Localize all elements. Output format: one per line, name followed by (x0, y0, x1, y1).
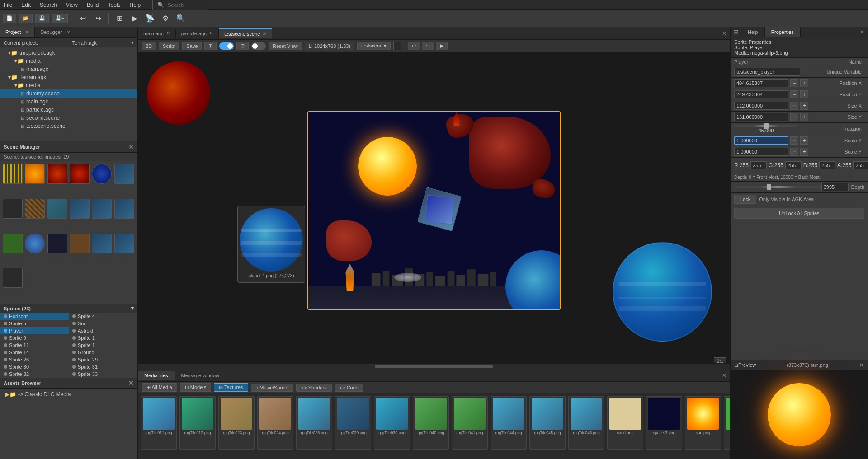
scale-x-plus-btn[interactable]: + (800, 136, 808, 145)
search-box[interactable]: 🔍 (152, 0, 207, 10)
scene-dropdown-btn[interactable]: testscene ▾ (357, 42, 391, 50)
scale-y-plus-btn[interactable]: + (800, 148, 808, 156)
rotation-slider[interactable] (734, 125, 798, 127)
sprite-item-sprite32[interactable]: Sprite 32 (0, 370, 69, 378)
filter-models[interactable]: ⊡ Models (180, 383, 212, 392)
media-item-rpgtile046[interactable]: rpgTile046.png (568, 396, 604, 450)
scene-manager-close-icon[interactable]: ✕ (128, 143, 134, 150)
media-panel-close-icon[interactable]: ✕ (718, 372, 730, 379)
tab-testscene[interactable]: testscene.scene ✕ (219, 28, 273, 38)
media-item-tilegrass[interactable]: tileGrass.png (724, 396, 730, 450)
redo-scene-btn[interactable]: ↪ (422, 42, 434, 50)
depth-slider[interactable] (734, 186, 821, 188)
tree-item-particle-agc[interactable]: ⊞ particle.agc (0, 106, 137, 114)
tab-main-agc[interactable]: main.agc ✕ (138, 29, 176, 38)
tree-item-testscene[interactable]: ⊞ testscene.scene (0, 122, 137, 130)
sprite-item-player[interactable]: Player (0, 327, 69, 334)
tab-debugger[interactable]: Debugger ✕ (35, 27, 76, 37)
tab-media-files[interactable]: Media files (138, 371, 175, 380)
save-all-btn[interactable]: 💾+ (52, 14, 68, 23)
sprite-item-sprite33[interactable]: Sprite 33 (69, 370, 137, 378)
tab-properties[interactable]: Properties (765, 27, 801, 37)
toggle-switch2[interactable] (251, 42, 266, 50)
tree-item-media1[interactable]: ▾📁 media (0, 57, 137, 65)
canvas-hscrollbar[interactable] (138, 363, 730, 369)
menu-search[interactable]: Search (38, 1, 59, 9)
tab-testscene-close-icon[interactable]: ✕ (263, 31, 266, 36)
right-panel-close-icon[interactable]: ✕ (856, 27, 868, 37)
toggle-switch[interactable] (219, 42, 234, 50)
depth-input[interactable] (821, 183, 849, 191)
play-btn[interactable]: ▶ (128, 12, 141, 25)
sprite-item-sprite11[interactable]: Sprite 11 (0, 342, 69, 349)
scene-thumb-17[interactable] (92, 234, 112, 253)
sprite-item-horisont[interactable]: Horisont (0, 313, 69, 320)
lock-btn[interactable]: Lock (734, 195, 756, 204)
play-scene-btn[interactable]: ▶ (436, 42, 448, 50)
scene-thumb-11[interactable] (92, 199, 112, 219)
tab-main-close-icon[interactable]: ✕ (166, 31, 170, 36)
color-picker-swatch[interactable] (393, 42, 401, 50)
assets-close-icon[interactable]: ✕ (128, 379, 134, 387)
scene-thumb-18[interactable] (114, 234, 134, 253)
scene-thumb-16[interactable] (70, 234, 90, 253)
pos-x-minus-btn[interactable]: − (790, 79, 798, 87)
tab-help[interactable]: Help (741, 27, 765, 37)
menu-edit[interactable]: Edit (19, 1, 33, 9)
tab-particle-agc[interactable]: particle.agc ✕ (176, 29, 219, 38)
view-2d-btn[interactable]: 2D (142, 42, 156, 50)
sprite-item-sprite4[interactable]: Sprite 4 (69, 313, 137, 320)
filter-textures[interactable]: ⊠ Textures (214, 383, 248, 392)
search-input[interactable] (168, 2, 204, 8)
undo-scene-btn[interactable]: ↩ (408, 42, 420, 50)
scene-thumb-3[interactable] (47, 164, 67, 184)
scale-x-input[interactable] (734, 136, 788, 145)
canvas-hscrollbar-thumb[interactable] (375, 365, 493, 368)
color-b-input[interactable] (819, 161, 835, 169)
settings-btn[interactable]: ⚙ (159, 12, 172, 25)
save-scene-btn[interactable]: Save (182, 42, 202, 50)
size-y-input[interactable] (734, 113, 788, 121)
tree-item-dummy-scene[interactable]: ⊞ dummy.scene (0, 89, 137, 98)
tree-item-tmpproject[interactable]: ▾📁 tmpproject.agk (0, 49, 137, 57)
scene-thumb-7[interactable] (3, 199, 23, 219)
color-g-input[interactable] (785, 161, 802, 169)
scene-canvas[interactable] (307, 111, 561, 310)
scene-thumb-14[interactable] (25, 234, 45, 253)
scene-thumb-12[interactable] (114, 199, 134, 219)
scene-thumb-5[interactable] (92, 164, 112, 184)
tree-item-main-agc2[interactable]: ⊞ main.agc (0, 98, 137, 106)
scene-thumb-8[interactable] (25, 199, 45, 219)
sprite-item-astroid[interactable]: Astroid (69, 327, 137, 334)
media-item-rpgtile024[interactable]: rpgTile024.png (257, 396, 293, 450)
media-item-rpgtile044[interactable]: rpgTile044.png (491, 396, 527, 450)
undo-btn[interactable]: ↩ (76, 12, 89, 25)
script-btn[interactable]: Script (159, 42, 179, 50)
unique-var-input[interactable] (734, 68, 800, 76)
project-close-icon[interactable]: ✕ (25, 29, 29, 35)
scale-x-minus-btn[interactable]: − (790, 136, 798, 145)
media-item-rpgtile045[interactable]: rpgTile045.png (529, 396, 566, 450)
sprite-item-sprite26[interactable]: Sprite 26 (0, 356, 69, 363)
media-item-rpgtile011[interactable]: rpgTile011.png (141, 396, 177, 450)
media-item-sun[interactable]: sun.png (685, 396, 721, 450)
tab-particle-close-icon[interactable]: ✕ (209, 31, 213, 36)
broadcast-btn[interactable]: 📡 (144, 12, 156, 25)
menu-file[interactable]: File (2, 1, 14, 9)
menu-view[interactable]: View (64, 1, 80, 9)
reset-view-btn[interactable]: Reset View (269, 42, 302, 50)
sprite-item-sprite29[interactable]: Sprite 29 (69, 356, 137, 363)
preview-close-icon[interactable]: ✕ (859, 361, 864, 369)
scene-thumb-10[interactable] (70, 199, 90, 219)
scene-thumb-13[interactable] (3, 234, 23, 253)
project-dropdown-icon[interactable]: ▾ (131, 40, 134, 46)
sprite-item-sprite5[interactable]: Sprite 5 (0, 320, 69, 327)
toggle-inner[interactable] (219, 42, 234, 50)
pos-x-input[interactable] (734, 79, 788, 87)
tree-item-second-scene[interactable]: ⊞ second.scene (0, 114, 137, 122)
tree-item-media2[interactable]: ▾📁 media (0, 81, 137, 89)
scene-thumb-2[interactable] (25, 164, 45, 184)
size-y-plus-btn[interactable]: + (800, 113, 808, 121)
sprite-item-sprite14[interactable]: Sprite 14 (0, 349, 69, 356)
sprite-item-ground[interactable]: Ground (69, 349, 137, 356)
